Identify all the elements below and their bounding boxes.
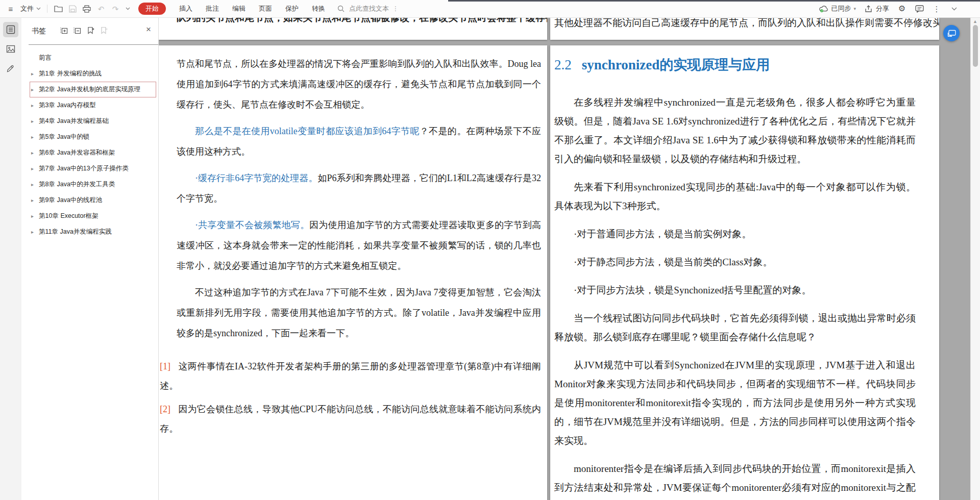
- footnote-text: 因为它会锁住总线，导致其他CPU不能访问总线，不能访问总线就意味着不能访问系统内…: [160, 404, 541, 434]
- left-page-paragraphs: 节点和尾节点，所以在多处理器的情况下将会严重影响到队列的入队和出队效率。Doug…: [177, 54, 541, 343]
- page-right-body: 2.2synchronized的实现原理与应用 在多线程并发编程中synchro…: [550, 45, 939, 500]
- text-run: 那么是不是在使用volatile变量时都应该追加到64字节呢: [195, 126, 420, 136]
- tab-页面[interactable]: 页面: [259, 3, 272, 14]
- bookmark-label: 第7章 Java中的13个原子操作类: [39, 164, 129, 173]
- share-button[interactable]: 分享: [864, 4, 889, 13]
- ribbon-tabs: 开始插入批注编辑页面保护转换: [138, 3, 325, 15]
- open-file-icon[interactable]: [54, 4, 63, 13]
- bookmark-item[interactable]: ▸第6章 Java并发容器和框架: [30, 145, 156, 161]
- comment-icon[interactable]: [915, 4, 924, 13]
- bookmark-label: 第4章 Java并发编程基础: [39, 117, 109, 126]
- share-icon: [864, 4, 873, 13]
- paragraph: ·对于静态同步方法，锁是当前类的Class对象。: [554, 253, 916, 271]
- expand-arrow-icon[interactable]: ▸: [31, 182, 39, 187]
- bookmark-item[interactable]: 前言: [30, 50, 156, 66]
- search-box[interactable]: 点此查找文本 ⋮: [336, 4, 399, 13]
- bookmark-label: 第2章 Java并发机制的底层实现原理: [39, 85, 140, 94]
- expand-arrow-icon[interactable]: ▸: [31, 118, 39, 124]
- footnote-text: 这两件事情在IA-32软件开发者架构手册的第三册的多处理器管理章节(第8章)中有…: [160, 361, 541, 391]
- text-run: ·缓存行非64字节宽的处理器。: [195, 173, 317, 183]
- titlebar-dark-strip: [448, 0, 980, 2]
- footnote: [2]因为它会锁住总线，导致其他CPU不能访问总线，不能访问总线就意味着不能访问…: [160, 399, 541, 438]
- text-run: 先来看下利用synchronized实现同步的基础:Java中的每一个对象都可以…: [554, 182, 916, 211]
- bookmark-label: 第11章 Java并发编程实践: [39, 228, 112, 236]
- pdf-reader-window: ≡ 文件 ↶ ↷ 开始插入批注编辑页面保护转换: [0, 0, 980, 500]
- expand-arrow-icon[interactable]: ▸: [31, 150, 39, 156]
- paragraph: 不过这种追加字节的方式在Java 7下可能不生效，因为Java 7变得更加智慧，…: [177, 282, 541, 343]
- expand-arrow-icon[interactable]: ▸: [31, 103, 39, 108]
- bookmarks-panel-header: 书签 ×: [21, 18, 158, 44]
- print-icon[interactable]: [82, 4, 91, 13]
- toolbar-right-group: 已同步 ▾ 分享 ⚙ ⋮: [819, 0, 959, 17]
- bookmark-item[interactable]: ▸第2章 Java并发机制的底层实现原理: [30, 82, 156, 97]
- annotation-pen-icon[interactable]: [3, 61, 18, 76]
- bookmark-label: 第9章 Java中的线程池: [39, 196, 102, 205]
- collapse-toolbar-icon[interactable]: [949, 4, 959, 13]
- expand-arrow-icon[interactable]: ▸: [31, 71, 39, 77]
- redo-icon[interactable]: ↷: [111, 4, 120, 13]
- bookmark-item[interactable]: ▸第5章 Java中的锁: [30, 129, 156, 145]
- tab-转换[interactable]: 转换: [312, 3, 325, 14]
- expand-arrow-icon[interactable]: ▸: [31, 166, 39, 171]
- text-run: 当一个线程试图访问同步代码块时，它首先必须得到锁，退出或抛出异常时必须释放锁。那…: [554, 313, 916, 342]
- close-panel-icon[interactable]: ×: [146, 25, 151, 34]
- undo-icon[interactable]: ↶: [96, 4, 106, 13]
- tab-插入[interactable]: 插入: [179, 3, 192, 14]
- floating-image-tool-button[interactable]: [943, 25, 960, 41]
- bookmark-item[interactable]: ▸第1章 并发编程的挑战: [30, 66, 156, 82]
- bookmark-label: 前言: [39, 54, 52, 62]
- bookmark-item[interactable]: ▸第4章 Java并发编程基础: [30, 113, 156, 129]
- bookmark-item[interactable]: ▸第10章 Executor框架: [30, 208, 156, 224]
- bookmark-label: 第8章 Java中的并发工具类: [39, 180, 115, 189]
- more-commands-chevron-icon[interactable]: [125, 4, 130, 13]
- bookmark-label: 第3章 Java内存模型: [39, 101, 96, 110]
- tab-批注[interactable]: 批注: [206, 3, 219, 14]
- search-icon: [336, 4, 346, 13]
- tab-保护[interactable]: 保护: [285, 3, 299, 14]
- bookmark-item[interactable]: ▸第7章 Java中的13个原子操作类: [30, 161, 156, 177]
- search-more-icon[interactable]: ⋮: [393, 5, 399, 12]
- settings-gear-icon[interactable]: ⚙: [897, 4, 906, 13]
- text-run: ·对于普通同步方法，锁是当前实例对象。: [574, 229, 751, 239]
- bookmark-item[interactable]: ▸第3章 Java内存模型: [30, 97, 156, 113]
- section-title: synchronized的实现原理与应用: [582, 57, 770, 72]
- expand-all-icon[interactable]: [60, 27, 68, 36]
- hamburger-menu-icon[interactable]: ≡: [6, 4, 15, 13]
- more-options-icon[interactable]: ⋮: [932, 4, 941, 13]
- bookmark-item[interactable]: ▸第8章 Java中的并发工具类: [30, 177, 156, 192]
- bookmarks-panel: 书签 × 前言▸第1章 并发编程的挑战▸第2章 Java并发机制的底层实现原理▸…: [21, 18, 159, 500]
- text-run: ·共享变量不会被频繁地写。: [195, 220, 309, 230]
- bookmark-label: 第1章 并发编程的挑战: [39, 69, 102, 78]
- remove-bookmark-icon[interactable]: [100, 27, 108, 36]
- expand-arrow-icon[interactable]: ▸: [31, 197, 39, 203]
- share-label: 分享: [876, 4, 889, 13]
- collapse-all-icon[interactable]: [74, 27, 81, 36]
- page-current-left: 节点和尾节点，所以在多处理器的情况下将会严重影响到队列的入队和出队效率。Doug…: [158, 45, 547, 500]
- add-bookmark-icon[interactable]: [87, 27, 94, 36]
- expand-arrow-icon[interactable]: ▸: [31, 229, 39, 235]
- page-current-right: 2.2synchronized的实现原理与应用 在多线程并发编程中synchro…: [550, 45, 939, 500]
- scrollbar-thumb[interactable]: [973, 25, 978, 67]
- scrollbar-up-arrow[interactable]: ▲: [971, 19, 979, 24]
- paragraph: 那么是不是在使用volatile变量时都应该追加到64字节呢？不是的。在两种场景…: [177, 121, 541, 162]
- file-menu[interactable]: 文件: [20, 4, 41, 13]
- sync-caret-icon: ▾: [853, 6, 856, 11]
- bookmark-label: 第10章 Executor框架: [39, 212, 99, 220]
- expand-arrow-icon[interactable]: ▸: [31, 134, 39, 140]
- tab-编辑[interactable]: 编辑: [232, 3, 246, 14]
- bookmark-item[interactable]: ▸第9章 Java中的线程池: [30, 192, 156, 208]
- sync-status[interactable]: 已同步 ▾: [819, 4, 856, 13]
- page-left-body: 节点和尾节点，所以在多处理器的情况下将会严重影响到队列的入队和出队效率。Doug…: [158, 45, 547, 438]
- save-icon[interactable]: [68, 4, 77, 13]
- bookmarks-outline-icon[interactable]: [3, 22, 18, 37]
- expand-arrow-icon[interactable]: ▸: [31, 213, 39, 219]
- bookmark-item[interactable]: ▸第11章 Java并发编程实践: [30, 224, 156, 240]
- expand-arrow-icon[interactable]: ▸: [31, 87, 39, 92]
- vertical-scrollbar[interactable]: ▲: [970, 18, 980, 500]
- page-previous-right: 其他处理器不能访问自己高速缓存中的尾节点，而队列的入队和出队操作则需要不停修改头: [550, 18, 939, 40]
- tab-开始[interactable]: 开始: [138, 3, 166, 15]
- thumbnails-image-icon[interactable]: [3, 41, 18, 57]
- toolbar-separator: [47, 5, 47, 13]
- footnote: [1]这两件事情在IA-32软件开发者架构手册的第三册的多处理器管理章节(第8章…: [160, 357, 541, 395]
- bookmark-label: 第6章 Java并发容器和框架: [39, 148, 115, 157]
